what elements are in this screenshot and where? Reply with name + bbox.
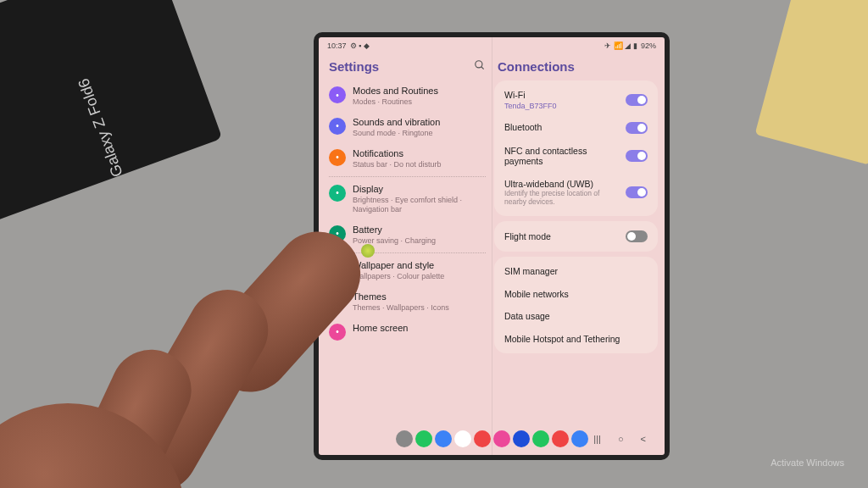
dock-app-2[interactable] — [435, 430, 452, 447]
status-battery: 92% — [641, 42, 656, 50]
settings-item-icon: • — [329, 324, 346, 341]
status-icons-right: ✈ 📶 ◢ ▮ — [604, 42, 637, 50]
settings-item-subtitle: Wallpapers · Colour palette — [353, 272, 486, 281]
touch-indicator — [361, 244, 375, 258]
connection-item-title: Flight mode — [504, 231, 619, 242]
product-box — [0, 0, 222, 222]
settings-item-home-screen[interactable]: •Home screen — [326, 318, 489, 346]
connection-item-title: Ultra-wideband (UWB) — [504, 179, 619, 190]
settings-item-title: Display — [353, 184, 486, 195]
settings-item-title: Wallpaper and style — [353, 260, 486, 271]
connection-item-title: Mobile Hotspot and Tethering — [504, 334, 648, 345]
connection-item-mobile-hotspot-and-tethering[interactable]: Mobile Hotspot and Tethering — [494, 328, 658, 351]
settings-item-notifications[interactable]: •NotificationsStatus bar · Do not distur… — [326, 143, 489, 175]
wood-block — [755, 0, 868, 165]
connection-item-ultra-wideband-uwb-[interactable]: Ultra-wideband (UWB)Identify the precise… — [494, 173, 658, 213]
settings-item-icon: • — [329, 261, 346, 278]
toggle-ultra-wideband-uwb-[interactable] — [626, 186, 648, 198]
connection-item-title: NFC and contactless payments — [504, 146, 619, 167]
settings-item-title: Notifications — [353, 148, 486, 159]
connections-group: Wi-FiTenda_B73FF0BluetoothNFC and contac… — [494, 80, 658, 216]
dock-app-1[interactable] — [415, 430, 432, 447]
status-time: 10:37 — [327, 42, 347, 50]
settings-item-icon: • — [329, 185, 346, 202]
dock-app-4[interactable] — [474, 430, 491, 447]
settings-item-battery[interactable]: •BatteryPower saving · Charging — [326, 219, 489, 251]
settings-item-subtitle: Themes · Wallpapers · Icons — [353, 303, 486, 313]
settings-item-display[interactable]: •DisplayBrightness · Eye comfort shield … — [326, 179, 489, 219]
dock-app-6[interactable] — [513, 430, 530, 447]
toggle-flight-mode[interactable] — [626, 230, 648, 242]
search-icon[interactable] — [474, 59, 486, 74]
dock-app-7[interactable] — [532, 430, 549, 447]
settings-item-title: Themes — [353, 291, 486, 302]
connection-item-bluetooth[interactable]: Bluetooth — [494, 116, 658, 140]
settings-item-icon: • — [329, 86, 346, 103]
connection-item-mobile-networks[interactable]: Mobile networks — [494, 283, 658, 306]
dock-app-9[interactable] — [571, 430, 588, 447]
connection-item-title: SIM manager — [504, 266, 648, 277]
divider — [329, 252, 486, 253]
svg-line-1 — [481, 67, 484, 69]
connections-title: Connections — [498, 59, 575, 74]
connections-group: Flight mode — [494, 221, 658, 252]
nav-back[interactable]: < — [641, 434, 646, 444]
connection-item-subtitle: Tenda_B73FF0 — [504, 102, 619, 110]
settings-item-icon: • — [329, 225, 346, 242]
windows-watermark: Activate Windows — [771, 458, 844, 468]
settings-item-subtitle: Power saving · Charging — [353, 236, 486, 246]
toggle-wi-fi[interactable] — [626, 94, 648, 106]
connection-item-title: Bluetooth — [504, 122, 619, 133]
connections-pane: Connections Wi-FiTenda_B73FF0BluetoothNF… — [494, 54, 658, 421]
settings-item-modes-and-routines[interactable]: •Modes and RoutinesModes · Routines — [326, 80, 489, 112]
connection-item-flight-mode[interactable]: Flight mode — [494, 225, 658, 248]
nav-home[interactable]: ○ — [618, 434, 624, 444]
connection-item-nfc-and-contactless-payments[interactable]: NFC and contactless payments — [494, 140, 658, 173]
settings-item-subtitle: Status bar · Do not disturb — [353, 160, 486, 169]
connection-item-title: Wi-Fi — [504, 90, 619, 101]
hand-overlay — [0, 183, 339, 488]
connection-item-wi-fi[interactable]: Wi-FiTenda_B73FF0 — [494, 84, 658, 116]
svg-point-0 — [476, 61, 482, 68]
settings-item-icon: • — [329, 118, 346, 135]
connection-item-data-usage[interactable]: Data usage — [494, 305, 658, 328]
app-dock — [396, 430, 588, 447]
connection-item-title: Data usage — [504, 311, 648, 322]
settings-item-sounds-and-vibration[interactable]: •Sounds and vibrationSound mode · Ringto… — [326, 112, 489, 143]
connections-group: SIM managerMobile networksData usageMobi… — [494, 257, 658, 353]
settings-item-title: Battery — [353, 225, 486, 236]
settings-item-title: Sounds and vibration — [353, 117, 486, 128]
settings-item-icon: • — [329, 292, 346, 309]
settings-item-subtitle: Sound mode · Ringtone — [353, 129, 486, 138]
connection-item-desc: Identify the precise location of nearby … — [504, 190, 619, 207]
settings-title: Settings — [329, 59, 379, 74]
connection-item-title: Mobile networks — [504, 289, 648, 300]
toggle-nfc-and-contactless-payments[interactable] — [626, 150, 648, 162]
dock-app-8[interactable] — [552, 430, 569, 447]
settings-item-subtitle: Brightness · Eye comfort shield · Naviga… — [353, 196, 486, 214]
settings-item-title: Home screen — [353, 323, 486, 334]
settings-list-pane: Settings •Modes and RoutinesModes · Rout… — [326, 54, 489, 421]
connection-item-sim-manager[interactable]: SIM manager — [494, 260, 658, 283]
divider — [329, 176, 486, 177]
dock-app-3[interactable] — [454, 430, 471, 447]
settings-item-wallpaper-and-style[interactable]: •Wallpaper and styleWallpapers · Colour … — [326, 255, 489, 286]
settings-item-title: Modes and Routines — [353, 86, 486, 97]
status-icons-left: ⚙ ▪ ◆ — [350, 42, 370, 50]
fold-crease — [492, 37, 492, 455]
settings-item-themes[interactable]: •ThemesThemes · Wallpapers · Icons — [326, 286, 489, 318]
toggle-bluetooth[interactable] — [626, 122, 648, 134]
dock-app-0[interactable] — [396, 430, 413, 447]
settings-item-subtitle: Modes · Routines — [353, 97, 486, 107]
nav-recents[interactable]: ||| — [593, 434, 601, 444]
settings-item-icon: • — [329, 149, 346, 166]
navigation-bar: ||| ○ < — [319, 423, 665, 455]
dock-app-5[interactable] — [493, 430, 510, 447]
